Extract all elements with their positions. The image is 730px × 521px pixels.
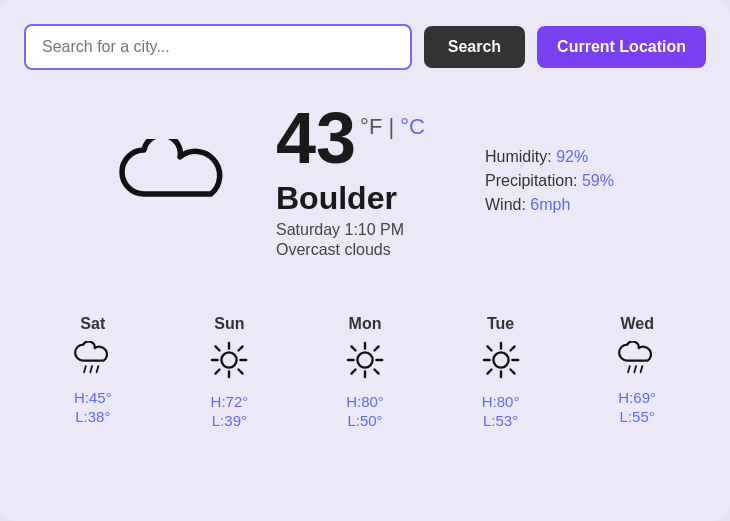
temperature-units: °F | °C bbox=[360, 114, 425, 140]
svg-line-19 bbox=[374, 346, 378, 350]
weather-center: 43 °F | °C Boulder Saturday 1:10 PM Over… bbox=[276, 102, 425, 259]
day-label: Sat bbox=[80, 315, 105, 333]
svg-line-1 bbox=[90, 366, 92, 372]
svg-line-0 bbox=[84, 366, 86, 372]
low-temp: L:39° bbox=[212, 412, 247, 429]
high-temp: H:69° bbox=[618, 389, 656, 406]
current-location-button[interactable]: Current Location bbox=[537, 26, 706, 68]
high-temp: H:72° bbox=[211, 393, 249, 410]
search-button[interactable]: Search bbox=[424, 26, 525, 68]
cloud-rain-icon bbox=[73, 341, 113, 381]
forecast-day: Sat H:45° L:38° bbox=[73, 315, 113, 429]
temperature-value: 43 bbox=[276, 102, 356, 174]
header: Search Current Location bbox=[24, 24, 706, 70]
app-container: Search Current Location 43 °F | °C Bould… bbox=[0, 0, 730, 521]
weather-main: 43 °F | °C Boulder Saturday 1:10 PM Over… bbox=[24, 102, 706, 259]
low-temp: L:53° bbox=[483, 412, 518, 429]
sun-icon bbox=[482, 341, 520, 385]
wind-label: Wind: bbox=[485, 196, 526, 213]
city-name: Boulder bbox=[276, 180, 425, 217]
high-temp: H:80° bbox=[482, 393, 520, 410]
temperature-row: 43 °F | °C bbox=[276, 102, 425, 174]
svg-line-30 bbox=[628, 366, 630, 372]
condition: Overcast clouds bbox=[276, 241, 425, 259]
weather-stats: Humidity: 92% Precipitation: 59% Wind: 6… bbox=[485, 148, 614, 214]
day-temps: H:69° L:55° bbox=[618, 389, 656, 425]
humidity-value: 92% bbox=[556, 148, 588, 165]
precipitation-row: Precipitation: 59% bbox=[485, 172, 614, 190]
svg-line-2 bbox=[96, 366, 98, 372]
svg-line-9 bbox=[239, 370, 243, 374]
svg-line-28 bbox=[510, 346, 514, 350]
day-label: Tue bbox=[487, 315, 514, 333]
svg-line-20 bbox=[351, 370, 355, 374]
cloud-rain-icon bbox=[617, 341, 657, 381]
datetime: Saturday 1:10 PM bbox=[276, 221, 425, 239]
svg-line-11 bbox=[216, 370, 220, 374]
day-label: Sun bbox=[214, 315, 244, 333]
svg-line-10 bbox=[239, 346, 243, 350]
forecast-day: Wed H:69° L:55° bbox=[617, 315, 657, 429]
forecast-day: Mon H:80° L:50° bbox=[346, 315, 384, 429]
separator: | bbox=[388, 114, 394, 139]
search-input[interactable] bbox=[24, 24, 412, 70]
unit-f: °F bbox=[360, 114, 382, 139]
svg-line-27 bbox=[510, 370, 514, 374]
sun-icon bbox=[346, 341, 384, 385]
day-label: Mon bbox=[349, 315, 382, 333]
svg-line-31 bbox=[634, 366, 636, 372]
day-temps: H:72° L:39° bbox=[211, 393, 249, 429]
high-temp: H:45° bbox=[74, 389, 112, 406]
svg-point-21 bbox=[493, 352, 508, 367]
forecast-section: Sat H:45° L:38° Sun bbox=[24, 299, 706, 429]
day-label: Wed bbox=[620, 315, 653, 333]
day-temps: H:45° L:38° bbox=[74, 389, 112, 425]
humidity-label: Humidity: bbox=[485, 148, 552, 165]
forecast-day: Sun H:72° L:39° bbox=[210, 315, 248, 429]
low-temp: L:55° bbox=[620, 408, 655, 425]
svg-line-8 bbox=[216, 346, 220, 350]
low-temp: L:38° bbox=[75, 408, 110, 425]
svg-line-29 bbox=[487, 370, 491, 374]
svg-point-12 bbox=[357, 352, 372, 367]
svg-line-32 bbox=[641, 366, 643, 372]
weather-icon-large bbox=[116, 139, 236, 223]
day-temps: H:80° L:53° bbox=[482, 393, 520, 429]
svg-point-3 bbox=[222, 352, 237, 367]
svg-line-17 bbox=[351, 346, 355, 350]
precipitation-value: 59% bbox=[582, 172, 614, 189]
low-temp: L:50° bbox=[347, 412, 382, 429]
unit-c[interactable]: °C bbox=[400, 114, 425, 139]
high-temp: H:80° bbox=[346, 393, 384, 410]
forecast-day: Tue H:80° L:53° bbox=[482, 315, 520, 429]
sun-icon bbox=[210, 341, 248, 385]
day-temps: H:80° L:50° bbox=[346, 393, 384, 429]
humidity-row: Humidity: 92% bbox=[485, 148, 614, 166]
precipitation-label: Precipitation: bbox=[485, 172, 578, 189]
wind-row: Wind: 6mph bbox=[485, 196, 614, 214]
wind-value: 6mph bbox=[530, 196, 570, 213]
svg-line-18 bbox=[374, 370, 378, 374]
svg-line-26 bbox=[487, 346, 491, 350]
